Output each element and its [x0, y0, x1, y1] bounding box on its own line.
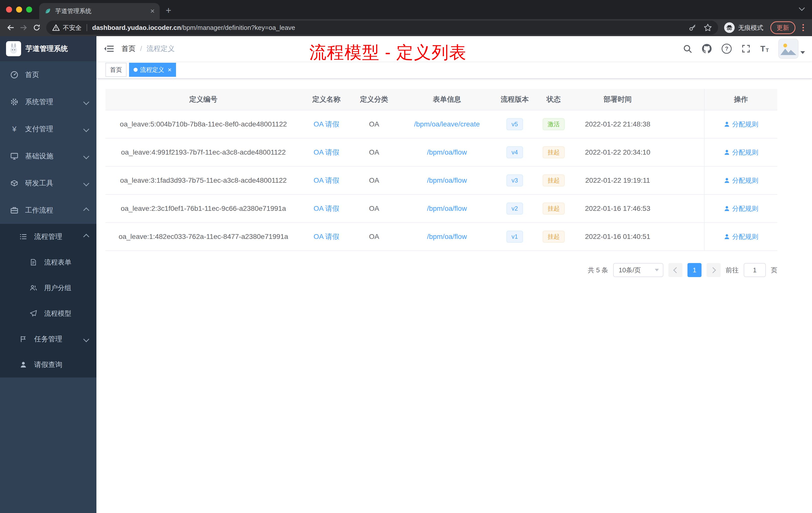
- new-tab-button[interactable]: +: [166, 5, 171, 15]
- assign-rule-button[interactable]: 分配规则: [724, 233, 758, 241]
- goto-prefix: 前往: [726, 266, 739, 275]
- browser-toolbar: 不安全 dashboard.yudao.iocoder.cn/bpm/manag…: [0, 19, 812, 36]
- cell-category: OA: [351, 120, 397, 128]
- col-category: 定义分类: [351, 95, 397, 104]
- cell-definition-id: oa_leave:3:1fad3d93-7b75-11ec-a3c8-acde4…: [106, 176, 301, 184]
- url-domain: dashboard.yudao.iocoder.cn: [92, 24, 181, 31]
- search-icon[interactable]: [683, 44, 692, 53]
- tag-process-definition[interactable]: 流程定义 ×: [129, 63, 176, 77]
- cell-deploy-time: 2022-01-16 17:46:53: [575, 205, 660, 213]
- password-key-icon[interactable]: [689, 24, 696, 32]
- cell-definition-id: oa_leave:5:004b710b-7b8a-11ec-8ef0-acde4…: [106, 120, 301, 128]
- col-definition-name: 定义名称: [301, 95, 351, 104]
- page-number-button[interactable]: 1: [688, 263, 701, 277]
- user-menu[interactable]: [779, 39, 805, 58]
- form-link[interactable]: /bpm/oa/flow: [427, 205, 467, 212]
- definition-name-link[interactable]: OA 请假: [314, 120, 340, 128]
- col-deploy-time: 部署时间: [575, 95, 660, 104]
- table-row: oa_leave:4:991f2193-7b7f-11ec-a3c8-acde4…: [106, 139, 777, 167]
- sidebar-item-process-mgmt[interactable]: 流程管理: [0, 224, 96, 249]
- tag-close-icon[interactable]: ×: [168, 66, 172, 73]
- assign-rule-label: 分配规则: [732, 148, 758, 157]
- table-body: oa_leave:5:004b710b-7b8a-11ec-8ef0-acde4…: [106, 111, 777, 251]
- fullscreen-icon[interactable]: [742, 44, 750, 53]
- github-icon[interactable]: [702, 44, 712, 54]
- breadcrumb-separator: /: [140, 45, 142, 53]
- forward-button[interactable]: [17, 21, 30, 34]
- form-link[interactable]: /bpm/oa/flow: [427, 233, 467, 240]
- caret-down-icon: [801, 51, 805, 54]
- table-row: oa_leave:5:004b710b-7b8a-11ec-8ef0-acde4…: [106, 111, 777, 139]
- assign-rule-button[interactable]: 分配规则: [724, 148, 758, 157]
- table-row: oa_leave:2:3c1f0ef1-76b1-11ec-9c66-a2380…: [106, 195, 777, 223]
- table-header: 定义编号 定义名称 定义分类 表单信息 流程版本 状态 部署时间 操作: [106, 89, 777, 111]
- sidebar-item-process-model[interactable]: 流程模型: [0, 301, 96, 326]
- bookmark-star-icon[interactable]: [703, 23, 712, 32]
- back-button[interactable]: [4, 21, 17, 34]
- reload-button[interactable]: [30, 21, 43, 34]
- assign-rule-label: 分配规则: [732, 120, 758, 129]
- cell-deploy-time: 2022-01-22 20:34:10: [575, 148, 660, 156]
- page-size-select[interactable]: 10条/页: [613, 263, 663, 277]
- assign-rule-button[interactable]: 分配规则: [724, 120, 758, 129]
- sidebar-item-devtools[interactable]: 研发工具: [0, 170, 96, 197]
- briefcase-icon: [10, 206, 19, 214]
- window-minimize-button[interactable]: [16, 6, 22, 12]
- sidebar-item-payment[interactable]: ¥ 支付管理: [0, 116, 96, 143]
- tab-title: 芋道管理系统: [55, 7, 146, 15]
- incognito-icon: [724, 22, 735, 33]
- chevron-down-icon: [83, 336, 89, 342]
- sidebar-item-user-group[interactable]: 用户分组: [0, 275, 96, 301]
- sidebar-item-leave-query[interactable]: 请假查询: [0, 352, 96, 378]
- document-icon: [29, 259, 38, 266]
- font-size-icon[interactable]: TT: [760, 45, 769, 53]
- sidebar-toggle-icon[interactable]: [96, 44, 121, 54]
- breadcrumb-home[interactable]: 首页: [121, 44, 136, 54]
- help-icon[interactable]: ?: [722, 44, 732, 54]
- definition-name-link[interactable]: OA 请假: [314, 148, 340, 156]
- gear-icon: [10, 98, 19, 106]
- version-tag: v2: [506, 203, 523, 215]
- chevron-down-icon: [83, 180, 89, 186]
- cell-category: OA: [351, 176, 397, 184]
- sidebar-item-system[interactable]: 系统管理: [0, 88, 96, 116]
- sidebar-item-home[interactable]: 首页: [0, 61, 96, 88]
- person-icon: [19, 361, 28, 368]
- sidebar-item-infra[interactable]: 基础设施: [0, 143, 96, 170]
- sidebar-item-process-form[interactable]: 流程表单: [0, 249, 96, 275]
- workflow-submenu: 流程管理 流程表单 用户分组: [0, 224, 96, 378]
- form-link[interactable]: /bpm/oa/flow: [427, 148, 467, 156]
- window-close-button[interactable]: [6, 6, 12, 12]
- prev-page-button[interactable]: [668, 263, 683, 277]
- security-warning-icon: [52, 24, 60, 31]
- cell-definition-id: oa_leave:2:3c1f0ef1-76b1-11ec-9c66-a2380…: [106, 205, 301, 213]
- status-tag: 激活: [543, 118, 565, 130]
- definition-name-link[interactable]: OA 请假: [314, 176, 340, 184]
- assign-rule-button[interactable]: 分配规则: [724, 176, 758, 185]
- cell-deploy-time: 2022-01-22 19:19:11: [575, 176, 660, 184]
- browser-tab[interactable]: 芋道管理系统 ×: [39, 3, 160, 19]
- app-logo[interactable]: 芋道管理系统: [0, 36, 96, 61]
- assign-rule-button[interactable]: 分配规则: [724, 204, 758, 213]
- goto-page-input[interactable]: [744, 263, 766, 277]
- next-page-button[interactable]: [706, 263, 721, 277]
- sidebar-item-workflow[interactable]: 工作流程: [0, 197, 96, 224]
- browser-update-button[interactable]: 更新: [770, 21, 795, 34]
- definition-name-link[interactable]: OA 请假: [314, 205, 340, 212]
- sidebar-item-task-mgmt[interactable]: 任务管理: [0, 326, 96, 352]
- list-icon: [19, 233, 28, 240]
- tag-home[interactable]: 首页: [106, 63, 126, 77]
- definition-name-link[interactable]: OA 请假: [314, 233, 340, 240]
- version-tag: v3: [506, 175, 523, 186]
- window-zoom-button[interactable]: [26, 6, 32, 12]
- browser-menu-icon[interactable]: [799, 24, 808, 31]
- form-link[interactable]: /bpm/oa/leave/create: [414, 120, 480, 128]
- form-link[interactable]: /bpm/oa/flow: [427, 176, 467, 184]
- tab-close-icon[interactable]: ×: [150, 7, 155, 15]
- chevron-down-icon: [83, 153, 89, 159]
- tab-search-chevron-icon[interactable]: [800, 3, 804, 12]
- browser-window: 流程模型 - 定义列表 芋道管理系统 × +: [0, 0, 812, 513]
- address-bar[interactable]: 不安全 dashboard.yudao.iocoder.cn/bpm/manag…: [46, 21, 718, 35]
- breadcrumb: 首页 / 流程定义: [121, 44, 175, 54]
- site-favicon-icon: [44, 7, 51, 14]
